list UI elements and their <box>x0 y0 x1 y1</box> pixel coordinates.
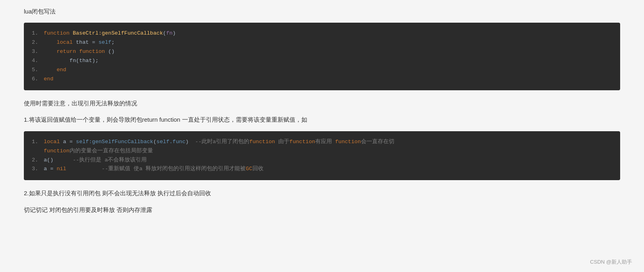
code-line: 5. end <box>32 66 612 75</box>
code-line: 3.a = nil --重新赋值 使a 释放对闭包的引用这样闭包的引用才能被GC… <box>32 165 612 174</box>
line-number: 4. <box>32 56 44 66</box>
line-number: 3. <box>32 47 44 56</box>
line-number: 1. <box>32 29 44 38</box>
code-line: 1.local a = self:genSelfFuncCallback(sel… <box>32 138 612 147</box>
line-content: function BaseCtrl:genSelfFuncCallback(fn… <box>44 29 612 38</box>
code-block-1: 1.function BaseCtrl:genSelfFuncCallback(… <box>24 23 620 90</box>
code-line: function内的变量会一直存在包括局部变量 <box>32 147 612 156</box>
line-content: end <box>44 66 612 75</box>
prose-2: 1.将该返回值赋值给一个变量，则会导致闭包return function 一直处… <box>24 115 620 125</box>
prose-3: 2.如果只是执行没有引用闭包 则不会出现无法释放 执行过后会自动回收 <box>24 188 620 198</box>
line-content: fn(that); <box>44 56 612 66</box>
line-number: 2. <box>32 156 44 165</box>
line-content: function内的变量会一直存在包括局部变量 <box>44 147 612 156</box>
line-content: end <box>44 75 612 84</box>
footer-brand: CSDN @新人助手 <box>590 258 632 266</box>
line-number: 5. <box>32 66 44 75</box>
code-line: 2.a() --执行但是 a不会释放该引用 <box>32 156 612 165</box>
line-content: a = nil --重新赋值 使a 释放对闭包的引用这样闭包的引用才能被GC回收 <box>44 165 612 174</box>
line-number: 1. <box>32 138 44 147</box>
line-number: 3. <box>32 165 44 174</box>
page-title: lua闭包写法 <box>24 8 620 16</box>
code-line: 4. fn(that); <box>32 56 612 66</box>
line-content: return function () <box>44 47 612 56</box>
prose-4: 切记切记 对闭包的引用要及时释放 否则内存泄露 <box>24 205 620 215</box>
line-content: local a = self:genSelfFuncCallback(self.… <box>44 138 612 147</box>
prose-1: 使用时需要注意，出现引用无法释放的情况 <box>24 98 620 109</box>
line-content: a() --执行但是 a不会释放该引用 <box>44 156 612 165</box>
code-line: 3. return function () <box>32 47 612 56</box>
code-line: 2. local that = self; <box>32 38 612 47</box>
code-line: 6.end <box>32 75 612 84</box>
code-line: 1.function BaseCtrl:genSelfFuncCallback(… <box>32 29 612 38</box>
line-content: local that = self; <box>44 38 612 47</box>
line-number: 2. <box>32 38 44 47</box>
line-number: 6. <box>32 75 44 84</box>
code-block-2: 1.local a = self:genSelfFuncCallback(sel… <box>24 131 620 181</box>
